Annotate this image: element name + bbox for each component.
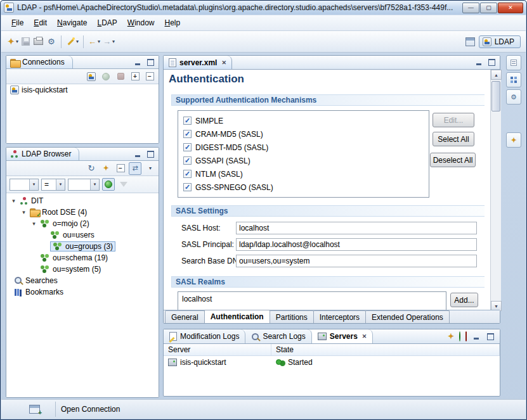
refresh-button[interactable]: ↻ <box>85 162 98 175</box>
select-all-button[interactable]: Select All <box>433 132 474 146</box>
minimize-button[interactable]: — <box>462 3 479 13</box>
connections-view-tab[interactable]: Connections <box>6 56 73 68</box>
mechanism-row-simple[interactable]: ✓ SIMPLE <box>183 114 424 127</box>
connection-item[interactable]: isis-quickstart <box>6 84 159 96</box>
tree-item-root-dse[interactable]: ▾ ✓ Root DSE (4) <box>6 207 159 218</box>
new-server-button[interactable]: ✦ <box>448 332 454 341</box>
tree-item-dit[interactable]: ▾ DIT <box>6 195 159 207</box>
menu-window[interactable]: Window <box>122 16 160 29</box>
tree-item-o-mojo[interactable]: ▾ o=mojo (2) <box>6 218 159 229</box>
new-entry-wizard-button[interactable]: ▾ <box>65 34 80 49</box>
view-menu-button[interactable]: ▾ <box>143 162 156 175</box>
sasl-principal-input[interactable] <box>236 238 477 251</box>
save-button[interactable] <box>20 34 32 49</box>
tree-item-searches[interactable]: Searches <box>6 275 159 286</box>
sasl-host-input[interactable] <box>236 222 477 234</box>
mechanisms-list[interactable]: ✓ SIMPLE ✓ CRAM-MD5 (SASL) ✓ DIGEST-MD5 … <box>178 110 429 198</box>
tree-item-ou-groups[interactable]: ou=groups (3) <box>6 241 159 252</box>
page-tab-authentication[interactable]: Authentication <box>204 310 270 323</box>
forward-button[interactable]: → ▾ <box>101 34 116 49</box>
checkbox-checked[interactable]: ✓ <box>183 183 192 191</box>
mechanism-row-cram-md5[interactable]: ✓ CRAM-MD5 (SASL) <box>183 127 424 141</box>
run-server-button[interactable] <box>459 332 460 341</box>
page-tab-general[interactable]: General <box>165 310 205 323</box>
column-header-server[interactable]: Server <box>164 344 271 355</box>
sasl-realms-list[interactable]: localhost <box>178 291 446 311</box>
maximize-button[interactable]: ▢ <box>480 3 497 13</box>
tree-item-ou-system[interactable]: ou=system (5) <box>6 264 159 275</box>
expander-icon[interactable]: ▾ <box>30 220 37 227</box>
tab-modification-logs[interactable]: Modification Logs <box>164 329 245 343</box>
mechanism-row-gssapi[interactable]: ✓ GSSAPI (SASL) <box>183 154 424 167</box>
tree-item-ou-schema[interactable]: ou=schema (19) <box>6 252 159 264</box>
close-tab-icon[interactable]: ✕ <box>362 333 367 340</box>
minimize-view-button[interactable] <box>133 58 142 66</box>
page-tab-extended-operations[interactable]: Extended Operations <box>365 310 450 323</box>
collapse-all-button[interactable]: − <box>114 162 127 175</box>
dropdown-icon[interactable]: ▾ <box>90 179 99 190</box>
minimized-view-button-4[interactable]: ✦ <box>506 132 521 148</box>
tab-search-logs[interactable]: Search Logs <box>245 329 311 343</box>
new-wizard-button[interactable]: ✦ ▾ <box>6 34 20 49</box>
mechanisms-section-header[interactable]: Supported Authentication Mechanisms <box>171 94 485 106</box>
scroll-up-button[interactable]: ▲ <box>491 70 502 80</box>
menu-ldap[interactable]: LDAP <box>92 16 122 29</box>
checkbox-checked[interactable]: ✓ <box>183 143 192 151</box>
expand-all-button[interactable]: + <box>129 70 141 83</box>
settings-button[interactable]: ⚙ <box>45 34 58 49</box>
page-tab-interceptors[interactable]: Interceptors <box>313 310 366 323</box>
open-connection-button[interactable] <box>100 70 112 83</box>
page-tab-partitions[interactable]: Partitions <box>270 310 314 323</box>
qs-value-combo[interactable]: ▾ <box>68 179 100 191</box>
edit-button[interactable]: Edit... <box>433 113 474 127</box>
new-connection-button[interactable] <box>85 70 98 83</box>
maximize-view-button[interactable] <box>146 150 155 158</box>
qs-operator-combo[interactable]: = ▾ <box>41 179 65 191</box>
sasl-realms-section-header[interactable]: SASL Realms <box>171 276 485 288</box>
sasl-settings-section-header[interactable]: SASL Settings <box>171 205 485 217</box>
tree-item-ou-users[interactable]: ou=users <box>6 229 159 241</box>
minimize-view-button[interactable] <box>472 333 481 340</box>
mechanism-row-gss-spnego[interactable]: ✓ GSS-SPNEGO (SASL) <box>183 181 424 194</box>
checkbox-checked[interactable]: ✓ <box>183 170 192 178</box>
menu-file[interactable]: File <box>6 16 29 29</box>
ldap-browser-view-tab[interactable]: LDAP Browser <box>6 148 79 160</box>
maximize-view-button[interactable] <box>146 58 155 66</box>
scrollbar-thumb[interactable] <box>491 81 500 111</box>
checkbox-checked[interactable]: ✓ <box>183 117 192 125</box>
editor-tab-server-xml[interactable]: server.xml ✕ <box>164 56 232 69</box>
perspective-ldap-button[interactable]: LDAP <box>479 35 521 48</box>
up-level-button[interactable]: ✦ <box>100 162 112 175</box>
run-quick-search-button[interactable] <box>102 178 115 191</box>
minimize-editor-button[interactable] <box>474 59 483 67</box>
menu-help[interactable]: Help <box>160 16 186 29</box>
collapse-all-button[interactable]: − <box>143 70 156 83</box>
search-base-dn-input[interactable] <box>236 255 477 267</box>
stop-server-button[interactable] <box>465 332 467 341</box>
close-connection-button[interactable] <box>114 70 127 83</box>
expander-icon[interactable]: ▾ <box>20 209 27 215</box>
mechanism-row-digest-md5[interactable]: ✓ DIGEST-MD5 (SASL) <box>183 141 424 154</box>
close-tab-icon[interactable]: ✕ <box>221 60 226 66</box>
print-button[interactable] <box>32 34 45 49</box>
add-button[interactable]: Add... <box>450 293 478 307</box>
checkbox-checked[interactable]: ✓ <box>183 156 192 165</box>
tab-servers[interactable]: Servers ✕ <box>312 329 374 343</box>
selected-tree-item[interactable]: ou=groups (3) <box>50 241 115 251</box>
dropdown-icon[interactable]: ▾ <box>56 179 65 190</box>
menu-edit[interactable]: Edit <box>29 16 52 29</box>
minimize-view-button[interactable] <box>133 150 142 158</box>
deselect-all-button[interactable]: Deselect All <box>430 153 476 167</box>
qs-attribute-combo[interactable]: ▾ <box>10 179 39 191</box>
maximize-editor-button[interactable] <box>487 59 496 67</box>
realm-item[interactable]: localhost <box>182 295 442 303</box>
title-bar[interactable]: LDAP - psf\Home\.ApacheDirectoryStudio\.… <box>1 1 526 15</box>
server-table-row[interactable]: isis-quickstart Started <box>164 356 500 368</box>
dropdown-icon[interactable]: ▾ <box>29 179 38 190</box>
column-header-state[interactable]: State <box>271 344 500 355</box>
fast-view-dock-icon[interactable] <box>29 405 40 414</box>
maximize-view-button[interactable] <box>486 333 495 340</box>
expander-icon[interactable]: ▾ <box>10 198 17 204</box>
minimized-view-button-2[interactable] <box>506 72 521 87</box>
editor-scrollbar[interactable]: ▲ ▼ <box>490 70 501 311</box>
